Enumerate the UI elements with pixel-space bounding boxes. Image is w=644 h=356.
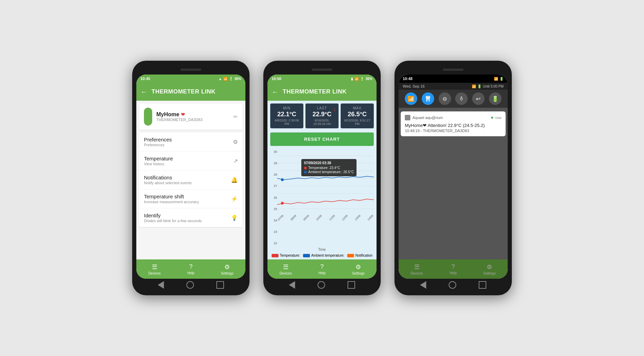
legend-color-orange	[347, 254, 354, 257]
tooltip-red-dot	[304, 167, 307, 169]
nav-devices-3[interactable]: ☰ Devices	[399, 263, 435, 275]
bell-icon: 🔔	[231, 177, 238, 183]
nav-settings-label-2: Settings	[352, 271, 364, 275]
settings-subtitle-notifications: Notify about selected events	[144, 181, 228, 185]
home-btn-3[interactable]	[449, 281, 456, 289]
settings-item-notifications[interactable]: Notifications Notify about selected even…	[139, 170, 243, 189]
legend-notification: Notification	[347, 254, 372, 257]
home-bar-3	[399, 279, 508, 291]
edit-icon[interactable]: ✏	[233, 113, 238, 120]
stat-max: MAX 26.5°C 8/23/2026, 9:51:17 PM	[341, 103, 374, 128]
chart-legend: Temperature: Ambient temperature: Notifi…	[267, 252, 377, 259]
nav-help-1[interactable]: ? Help	[173, 263, 209, 275]
nav-settings-label-1: Settings	[221, 271, 233, 275]
back-btn-3[interactable]	[420, 281, 426, 289]
nav-settings-1[interactable]: ⚙ Settings	[209, 263, 245, 275]
qs-flashlight-btn[interactable]: 🕯	[455, 92, 468, 105]
recents-btn-2[interactable]	[348, 281, 355, 289]
settings-screen: MyHome ❤ THERMOMETER_DA3D83 ✏ Preference…	[136, 101, 245, 259]
home-btn-2[interactable]	[318, 281, 325, 289]
settings-item-identify[interactable]: Identify Diodes will blink for a few sec…	[139, 208, 243, 227]
nav-devices-label-1: Devices	[148, 271, 161, 275]
bluetooth-icon: 🦷	[425, 96, 431, 102]
status-icons-1: ▲ 📶 🔋 36%	[218, 77, 241, 81]
stat-max-date: 8/23/2026, 9:51:17 PM	[343, 119, 371, 126]
x-axis-labels: 07/09 08/09 09/09 10/09 11/09 12/09 13/0…	[277, 219, 374, 223]
tooltip-ambient: Ambient temperature:: 26.5°C	[308, 170, 354, 174]
settings-item-preferences[interactable]: Preferences Preferences ⚙	[139, 132, 243, 151]
chart-screen: MIN 22.1°C 9/8/2020, 2:38:06 PM LAST ↓ 2…	[267, 101, 377, 259]
notif-actions: Manage Clear all	[399, 138, 508, 147]
bottom-nav-2: ☰ Devices ? Help ⚙ Settings	[267, 259, 377, 279]
qs-divider	[399, 108, 508, 110]
legend-ambient-label: Ambient temperature:	[311, 254, 344, 257]
nav-settings-3[interactable]: ⚙ Settings	[471, 263, 508, 275]
settings-title-identify: Identify	[144, 212, 228, 218]
stat-max-label: MAX	[343, 106, 371, 110]
qs-wifi-btn[interactable]: 📶	[405, 92, 417, 105]
qs-rotate-btn[interactable]: ↩	[472, 92, 485, 105]
status-bar-3: 10:48 📶 🔋	[399, 75, 508, 83]
app-title-2: THERMOMETER LINK	[283, 88, 347, 95]
manage-button[interactable]: Manage	[403, 140, 418, 145]
nav-devices-2[interactable]: ☰ Devices	[267, 263, 304, 275]
dnd-icon: ⊖	[442, 96, 447, 102]
qs-dnd-btn[interactable]: ⊖	[439, 92, 451, 105]
app-bar-2: ← THERMOMETER LINK	[267, 83, 377, 101]
recents-btn-1[interactable]	[216, 281, 224, 289]
svg-point-9	[281, 178, 284, 181]
help-icon-2: ?	[320, 263, 324, 270]
stat-min-date: 9/8/2020, 2:38:06 PM	[273, 119, 301, 126]
devices-icon-2: ☰	[283, 263, 289, 271]
quick-settings: 📶 🦷 ⊖ 🕯 ↩ 🔋	[399, 90, 508, 108]
sliders-icon: ⚡	[231, 196, 238, 202]
notif-card[interactable]: Aquael aqu@rium now MyHome❤ Attention! 2…	[401, 111, 506, 136]
settings-title-temp-shift: Temperature shift	[144, 194, 228, 199]
stat-min-label: MIN	[273, 106, 301, 110]
notif-app-name: Aquael aqu@rium	[412, 116, 489, 120]
settings-item-temperature[interactable]: Temperature View history ↗	[139, 151, 243, 170]
nav-help-label-2: Help	[319, 271, 326, 275]
rotate-icon: ↩	[476, 96, 480, 102]
device-card[interactable]: MyHome ❤ THERMOMETER_DA3D83 ✏	[139, 103, 243, 130]
stat-last: LAST ↓ 22.9°C 9/16/2020, 10:39:16 AM	[305, 103, 339, 128]
notif-new-dot	[491, 117, 493, 119]
bottom-nav-3: ☰ Devices ? Help ⚙ Settings	[399, 259, 508, 279]
notif-header: Aquael aqu@rium now	[405, 115, 501, 120]
nav-help-3[interactable]: ? Help	[435, 263, 471, 275]
nav-settings-2[interactable]: ⚙ Settings	[340, 263, 377, 275]
phone-speaker	[180, 69, 201, 71]
settings-item-temp-shift[interactable]: Temperature shift Increase measurement a…	[139, 189, 243, 208]
qs-bluetooth-btn[interactable]: 🦷	[422, 92, 434, 105]
nav-devices-1[interactable]: ☰ Devices	[136, 263, 173, 275]
nav-help-label-3: Help	[450, 271, 457, 275]
qs-battery-btn[interactable]: 🔋	[489, 92, 501, 105]
gear-icon: ⚙	[233, 139, 238, 145]
back-arrow-1[interactable]: ←	[140, 88, 147, 96]
device-name: MyHome ❤	[156, 111, 229, 118]
back-btn-2[interactable]	[289, 281, 295, 289]
notif-until: Until 5:00 PM	[483, 85, 504, 88]
notif-date-bar: Wed, Sep 16 📶 🔋 Until 5:00 PM	[399, 83, 508, 90]
back-arrow-2[interactable]: ←	[272, 88, 279, 96]
y-axis-labels: 30 29 28 27 26 25 24 23 22	[270, 149, 277, 246]
phone-1: 10:45 ▲ 📶 🔋 36% ← THERMOMETER LINK MyHom…	[132, 61, 250, 295]
home-btn-1[interactable]	[186, 281, 194, 289]
stat-min-value: 22.1°C	[273, 111, 301, 118]
nav-devices-label-3: Devices	[411, 271, 423, 275]
notif-time: now	[495, 116, 501, 120]
settings-list: Preferences Preferences ⚙ Temperature Vi…	[139, 132, 243, 227]
reset-chart-button[interactable]: RESET CHART	[270, 132, 374, 146]
nav-help-2[interactable]: ? Help	[304, 263, 340, 275]
clear-all-button[interactable]: Clear all	[488, 140, 504, 145]
recents-btn-3[interactable]	[479, 281, 486, 289]
settings-title-notifications: Notifications	[144, 175, 228, 180]
heart-icon: ❤	[181, 112, 185, 117]
notif-subtitle: 10:48:19 - THERMOMETER_DA3D83	[405, 129, 501, 133]
stat-min: MIN 22.1°C 9/8/2020, 2:38:06 PM	[270, 103, 303, 128]
back-btn-1[interactable]	[158, 281, 164, 289]
help-icon-1: ?	[189, 263, 193, 270]
notif-date: Wed, Sep 16	[403, 84, 425, 88]
chart-area: 30 29 28 27 26 25 24 23 22	[270, 149, 374, 246]
settings-icon-3: ⚙	[487, 263, 492, 271]
